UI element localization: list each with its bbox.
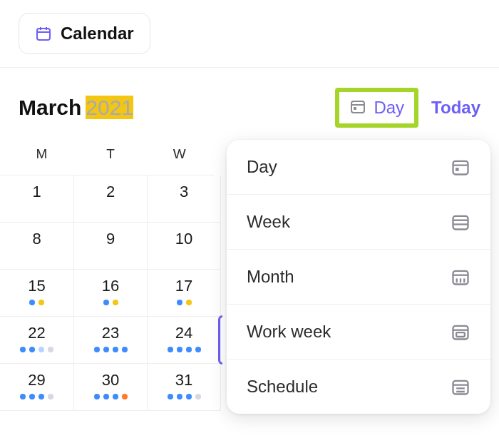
calendar-schedule-icon xyxy=(451,377,470,397)
event-dot xyxy=(186,347,192,352)
event-dot xyxy=(103,347,109,352)
calendar-icon xyxy=(35,25,52,42)
day-number: 2 xyxy=(74,183,147,201)
event-dots xyxy=(148,347,220,352)
event-dot xyxy=(186,300,192,305)
event-dots xyxy=(148,300,220,305)
day-number: 3 xyxy=(148,183,220,201)
event-dots xyxy=(0,300,73,305)
event-dot xyxy=(38,347,44,352)
day-number: 9 xyxy=(74,230,147,248)
month-year-label[interactable]: March2021 xyxy=(19,96,133,120)
event-dot xyxy=(29,300,35,305)
calendar-month-icon xyxy=(451,267,470,287)
day-number: 29 xyxy=(0,371,73,390)
event-dot xyxy=(186,394,192,399)
event-dot xyxy=(48,394,53,399)
event-dot xyxy=(94,347,100,352)
day-number: 23 xyxy=(74,324,147,342)
year-label: 2021 xyxy=(86,96,133,119)
event-dot xyxy=(195,394,201,399)
calendar-day-cell[interactable]: 23 xyxy=(73,317,147,364)
calendar-day-cell[interactable]: 3 xyxy=(147,175,220,223)
event-dot xyxy=(38,300,44,305)
calendar-day-cell[interactable]: 29 xyxy=(0,364,73,411)
view-option-month[interactable]: Month xyxy=(227,249,490,304)
event-dot xyxy=(94,394,100,399)
calendar-day-cell[interactable]: 8 xyxy=(0,223,73,270)
view-option-day[interactable]: Day xyxy=(227,140,490,194)
svg-rect-9 xyxy=(456,168,459,171)
svg-rect-20 xyxy=(456,332,465,337)
event-dots xyxy=(74,300,147,305)
day-number: 17 xyxy=(148,277,220,295)
event-dot xyxy=(48,347,53,352)
svg-rect-10 xyxy=(453,216,468,230)
calendar-day-cell[interactable]: 1 xyxy=(0,175,73,223)
view-option-week[interactable]: Week xyxy=(227,194,490,249)
day-number: 10 xyxy=(148,230,220,248)
view-option-label: Work week xyxy=(247,322,331,342)
event-dot xyxy=(113,300,118,305)
view-option-label: Schedule xyxy=(247,377,318,397)
svg-rect-0 xyxy=(37,29,50,40)
day-number: 1 xyxy=(0,183,73,201)
event-dot xyxy=(29,347,35,352)
today-button[interactable]: Today xyxy=(431,98,480,118)
event-dot xyxy=(168,347,173,352)
calendar-day-cell[interactable]: 22 xyxy=(0,317,73,364)
event-dot xyxy=(177,347,182,352)
selected-day-indicator xyxy=(218,315,222,365)
calendar-day-cell[interactable]: 15 xyxy=(0,270,73,317)
svg-rect-7 xyxy=(453,161,468,175)
event-dot xyxy=(20,394,26,399)
weekday-label: W xyxy=(145,141,214,168)
day-number: 24 xyxy=(148,324,220,342)
calendar-day-cell[interactable]: 10 xyxy=(147,223,220,270)
event-dots xyxy=(148,394,220,399)
day-number: 31 xyxy=(148,371,220,390)
view-selector-label: Day xyxy=(374,98,404,118)
day-number: 30 xyxy=(74,371,147,390)
event-dot xyxy=(177,300,182,305)
calendar-day-cell[interactable]: 24 xyxy=(147,317,220,364)
view-option-label: Week xyxy=(247,212,290,232)
calendar-day-cell[interactable]: 2 xyxy=(73,175,147,223)
event-dot xyxy=(113,394,118,399)
day-number: 15 xyxy=(0,277,73,295)
event-dots xyxy=(0,394,73,399)
event-dots xyxy=(74,394,147,399)
event-dot xyxy=(103,300,109,305)
svg-rect-4 xyxy=(351,101,364,113)
event-dot xyxy=(29,394,35,399)
event-dots xyxy=(74,347,147,352)
view-selector-button[interactable]: Day xyxy=(335,88,418,128)
calendar-day-cell[interactable]: 31 xyxy=(147,364,220,411)
svg-rect-6 xyxy=(354,107,356,110)
view-selector-dropdown: DayWeekMonthWork weekSchedule xyxy=(227,140,490,414)
event-dot xyxy=(195,347,201,352)
weekday-header: M T W xyxy=(0,141,214,175)
view-option-label: Month xyxy=(247,267,294,287)
calendar-workweek-icon xyxy=(451,322,470,342)
calendar-day-cell[interactable]: 16 xyxy=(73,270,147,317)
day-number: 22 xyxy=(0,324,73,342)
calendar-day-cell[interactable]: 30 xyxy=(73,364,147,411)
day-number: 8 xyxy=(0,230,73,248)
event-dot xyxy=(103,394,109,399)
calendar-date-grid: 1238910151617222324293031 xyxy=(0,175,221,411)
event-dots xyxy=(0,347,73,352)
view-option-schedule[interactable]: Schedule xyxy=(227,359,490,414)
month-label: March xyxy=(19,96,81,119)
view-option-label: Day xyxy=(247,157,277,177)
calendar-app-pill[interactable]: Calendar xyxy=(19,13,150,54)
calendar-day-cell[interactable]: 9 xyxy=(73,223,147,270)
event-dot xyxy=(122,347,128,352)
day-number: 16 xyxy=(74,277,147,295)
calendar-day-cell[interactable]: 17 xyxy=(147,270,220,317)
calendar-app-label: Calendar xyxy=(61,24,134,44)
event-dot xyxy=(168,394,173,399)
event-dot xyxy=(20,347,26,352)
event-dot xyxy=(38,394,44,399)
view-option-work-week[interactable]: Work week xyxy=(227,304,490,359)
